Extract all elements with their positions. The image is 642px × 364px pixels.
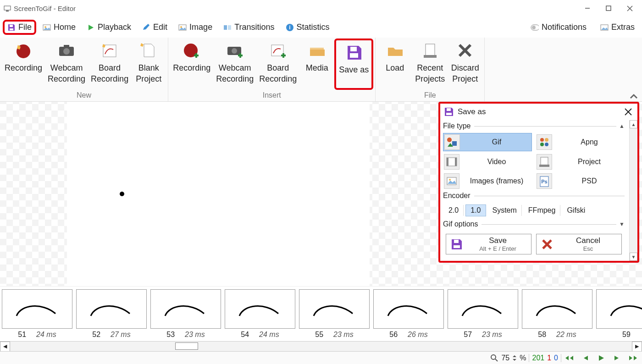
nav-play-button[interactable] [598, 355, 604, 361]
close-button[interactable] [619, 1, 640, 16]
folder-open-icon [385, 40, 405, 61]
save-as-button[interactable]: Save as [334, 39, 373, 90]
svg-point-42 [545, 138, 548, 142]
blank-doc-icon [138, 40, 159, 61]
notifications-button[interactable]: Notifications [526, 21, 591, 34]
frame-duration: 22 ms [556, 331, 576, 339]
nav-prev-button[interactable] [582, 355, 590, 361]
frame-item[interactable]: 5723 ms [448, 289, 518, 339]
minimize-button[interactable] [577, 1, 598, 16]
frame-item[interactable]: 5822 ms [522, 289, 592, 339]
nav-next-button[interactable] [613, 355, 620, 361]
load-button[interactable]: Load [377, 39, 412, 86]
frame-item[interactable]: 5124 ms [2, 289, 72, 339]
scroll-track[interactable] [10, 342, 632, 352]
save-icon [450, 237, 464, 251]
ribbon-collapse-button[interactable] [628, 92, 639, 100]
extras-icon [600, 23, 609, 32]
frame-item[interactable]: 5323 ms [150, 289, 221, 339]
tab-home[interactable]: Home [38, 21, 80, 34]
extras-button[interactable]: Extras [596, 21, 639, 34]
svg-rect-46 [447, 158, 448, 166]
menubar: File Home Playback Edit Image Transition… [0, 17, 642, 38]
frame-duration: 23 ms [482, 331, 502, 339]
frame-number: 54 [241, 331, 249, 339]
save-panel-scrollbar[interactable]: ▲ ▼ [629, 120, 637, 261]
recent-projects-button[interactable]: RecentProjects [412, 39, 448, 86]
scroll-up-button[interactable]: ▲ [630, 120, 637, 128]
svg-rect-32 [424, 55, 437, 58]
canvas-area: Save as File type ▲ Gif [0, 102, 642, 286]
tab-file[interactable]: File [3, 20, 36, 35]
discard-project-button[interactable]: DiscardProject [448, 39, 482, 86]
maximize-button[interactable] [598, 1, 619, 16]
scroll-thumb[interactable] [175, 342, 198, 350]
frame-number: 59 [622, 331, 631, 339]
frame-duration: 23 ms [333, 331, 354, 339]
chevron-up-icon[interactable]: ▲ [619, 123, 625, 129]
frames-hscroll[interactable]: ◀ ▶ [0, 341, 642, 351]
file-type-video[interactable]: Video [443, 153, 532, 171]
frame-thumb [225, 289, 295, 329]
tab-image[interactable]: Image [174, 21, 217, 34]
frame-item[interactable]: 5227 ms [76, 289, 147, 339]
file-type-gif[interactable]: Gif [443, 133, 532, 151]
new-recording-button[interactable]: Recording [2, 39, 45, 86]
frame-thumb [299, 289, 370, 329]
file-type-psd[interactable]: Ps PSD [536, 172, 625, 190]
encoder-gifski[interactable]: Gifski [562, 205, 590, 216]
tab-edit[interactable]: Edit [138, 21, 172, 34]
tab-statistics[interactable]: i Statistics [281, 21, 334, 34]
scroll-left-button[interactable]: ◀ [0, 342, 10, 352]
zoom-pct: % [520, 354, 526, 362]
frame-thumb [522, 289, 592, 329]
save-panel-close-button[interactable] [623, 106, 634, 117]
tab-playback[interactable]: Playback [82, 21, 136, 34]
scroll-down-button[interactable]: ▼ [630, 253, 637, 261]
scroll-right-button[interactable]: ▶ [632, 342, 642, 352]
file-type-project[interactable]: Project [536, 153, 625, 171]
insert-recording-button[interactable]: Recording [170, 39, 213, 86]
encoder-2-0[interactable]: 2.0 [444, 205, 464, 216]
insert-media-button[interactable]: Media [299, 39, 334, 86]
nav-last-button[interactable] [628, 355, 638, 361]
frame-item[interactable]: 59 [596, 289, 642, 339]
frame-thumb [596, 289, 642, 329]
frame-item[interactable]: 5424 ms [225, 289, 295, 339]
zoom-stepper[interactable] [512, 354, 517, 362]
encoder-heading: Encoder [443, 192, 470, 200]
insert-board-button[interactable]: BoardRecording [256, 39, 299, 86]
svg-rect-3 [606, 6, 611, 11]
svg-point-21 [63, 48, 70, 55]
file-type-images[interactable]: Images (frames) [443, 172, 532, 190]
new-blank-button[interactable]: BlankProject [131, 39, 166, 86]
frame-duration: 26 ms [408, 331, 428, 339]
encoder-ffmpeg[interactable]: FFmpeg [524, 205, 561, 216]
encoder-1-0[interactable]: 1.0 [465, 204, 486, 216]
ribbon-group-insert: Recording WebcamRecording BoardRecording… [168, 38, 376, 101]
window-title: ScreenToGif - Editor [14, 5, 76, 12]
board-add-icon [268, 40, 288, 61]
nav-first-button[interactable] [564, 355, 574, 361]
new-webcam-button[interactable]: WebcamRecording [45, 39, 88, 86]
canvas[interactable] [67, 102, 370, 286]
file-type-heading: File type [443, 122, 470, 130]
frame-item[interactable]: 5626 ms [373, 289, 444, 339]
group-label-file: File [424, 91, 436, 101]
cancel-button[interactable]: Cancel Esc [536, 234, 622, 254]
images-icon [444, 173, 459, 189]
save-panel-title: Save as [458, 107, 486, 116]
tab-transitions[interactable]: Transitions [219, 21, 279, 34]
svg-point-27 [232, 48, 237, 54]
camera-add-icon [225, 40, 245, 61]
svg-rect-48 [541, 157, 548, 165]
magnify-icon[interactable] [490, 354, 498, 362]
encoder-system[interactable]: System [488, 205, 522, 216]
file-type-apng[interactable]: Apng [536, 133, 625, 151]
chevron-down-icon[interactable]: ▼ [619, 221, 625, 227]
frame-item[interactable]: 5523 ms [299, 289, 370, 339]
new-board-button[interactable]: BoardRecording [88, 39, 131, 86]
svg-rect-54 [454, 240, 459, 243]
insert-webcam-button[interactable]: WebcamRecording [213, 39, 256, 86]
save-confirm-button[interactable]: Save Alt + E / Enter [446, 234, 531, 254]
